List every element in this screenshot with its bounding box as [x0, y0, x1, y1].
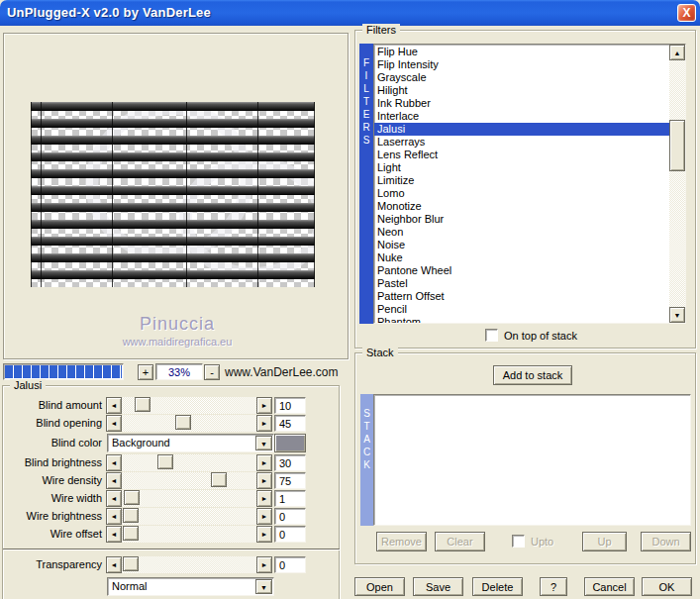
slider-value-input[interactable]: 45	[274, 415, 306, 432]
filter-item[interactable]: Interlace	[374, 110, 685, 123]
slider-left-arrow-icon[interactable]: ◄	[106, 415, 122, 432]
filter-item[interactable]: Phantom	[374, 316, 685, 324]
chevron-down-icon[interactable]: ▼	[255, 579, 272, 594]
slider-value-input[interactable]: 30	[274, 454, 306, 471]
slider-right-arrow-icon[interactable]: ►	[256, 397, 272, 414]
slider-left-arrow-icon[interactable]: ◄	[106, 556, 122, 573]
filter-item[interactable]: Ink Rubber	[374, 97, 685, 110]
filter-item[interactable]: Grayscale	[374, 71, 685, 84]
slider-row-blind-amount: Blind amount ◄ ► 10	[0, 397, 340, 414]
filter-item[interactable]: Flip Intensity	[374, 58, 685, 71]
scrollbar-thumb[interactable]	[669, 120, 685, 171]
slider-left-arrow-icon[interactable]: ◄	[106, 397, 122, 414]
filter-item[interactable]: Monotize	[374, 200, 685, 213]
filter-item[interactable]: Nuke	[374, 251, 685, 264]
slider-right-arrow-icon[interactable]: ►	[256, 415, 272, 432]
blend-mode-dropdown[interactable]: Normal ▼	[107, 577, 274, 596]
slider-right-arrow-icon[interactable]: ►	[256, 508, 272, 525]
scroll-down-icon[interactable]: ▼	[669, 307, 685, 323]
on-top-of-stack-checkbox[interactable]	[485, 329, 498, 342]
up-button[interactable]: Up	[582, 532, 627, 551]
filter-item[interactable]: Light	[374, 161, 685, 174]
slider-left-arrow-icon[interactable]: ◄	[106, 526, 122, 543]
slider-thumb[interactable]	[123, 508, 139, 523]
filter-item[interactable]: Jalusi	[374, 123, 685, 136]
filter-item[interactable]: Hilight	[374, 84, 685, 97]
ok-button[interactable]: OK	[642, 577, 692, 596]
slider-left-arrow-icon[interactable]: ◄	[106, 508, 122, 525]
upto-checkbox[interactable]	[512, 535, 525, 548]
slider-value-input[interactable]: 10	[274, 397, 306, 414]
delete-button[interactable]: Delete	[472, 577, 523, 596]
slider-track[interactable]	[122, 526, 256, 543]
filter-item[interactable]: Neighbor Blur	[374, 213, 685, 226]
preview-image[interactable]	[31, 102, 315, 287]
slider-left-arrow-icon[interactable]: ◄	[106, 472, 122, 489]
filter-item[interactable]: Pattern Offset	[374, 290, 685, 303]
slider-thumb[interactable]	[211, 472, 227, 487]
slider-label: Wire width	[0, 490, 102, 504]
blind-color-dropdown[interactable]: Background ▼	[107, 434, 274, 452]
slider-right-arrow-icon[interactable]: ►	[256, 490, 272, 507]
slider-track[interactable]	[122, 472, 256, 489]
slider-track[interactable]	[122, 556, 256, 573]
remove-button[interactable]: Remove	[376, 532, 427, 551]
slider-label: Blind amount	[0, 397, 102, 411]
down-button[interactable]: Down	[641, 532, 691, 551]
save-button[interactable]: Save	[413, 577, 463, 596]
close-icon[interactable]: X	[677, 4, 696, 22]
slider-thumb[interactable]	[175, 415, 191, 430]
slider-thumb[interactable]	[124, 490, 140, 505]
filters-scrollbar[interactable]: ▲ ▼	[669, 45, 685, 323]
filter-item[interactable]: Lomo	[374, 187, 685, 200]
clear-button[interactable]: Clear	[435, 532, 485, 551]
filter-item[interactable]: Pantone Wheel	[374, 264, 685, 277]
slider-right-arrow-icon[interactable]: ►	[256, 472, 272, 489]
stack-side-bar: STACK	[360, 394, 373, 526]
slider-track[interactable]	[122, 490, 256, 507]
slider-thumb[interactable]	[123, 526, 139, 541]
slider-left-arrow-icon[interactable]: ◄	[106, 490, 122, 507]
slider-thumb[interactable]	[157, 454, 173, 469]
slider-track[interactable]	[122, 397, 256, 414]
help-button[interactable]: ?	[540, 577, 567, 596]
cancel-button[interactable]: Cancel	[584, 577, 635, 596]
slider-row-blind-brightness: Blind brightness ◄ ► 30	[0, 454, 340, 471]
slider-right-arrow-icon[interactable]: ►	[256, 556, 272, 573]
filter-item[interactable]: Neon	[374, 226, 685, 239]
slider-track[interactable]	[122, 454, 256, 471]
blind-color-swatch[interactable]	[274, 434, 306, 452]
slider-value-input[interactable]: 1	[274, 490, 306, 507]
slider-thumb[interactable]	[135, 397, 150, 412]
vanderlee-link[interactable]: www.VanDerLee.com	[225, 365, 339, 379]
title-bar: UnPlugged-X v2.0 by VanDerLee X	[0, 0, 700, 26]
filter-item[interactable]: Noise	[374, 239, 685, 251]
zoom-out-button[interactable]: -	[204, 364, 220, 380]
slider-right-arrow-icon[interactable]: ►	[256, 526, 272, 543]
filter-item[interactable]: Limitize	[374, 174, 685, 187]
filter-item[interactable]: Laserrays	[374, 136, 685, 149]
blend-mode-row: Normal ▼	[0, 577, 340, 596]
slider-value-input[interactable]: 0	[274, 556, 306, 573]
blind-color-label: Blind color	[0, 434, 102, 449]
wire-line	[314, 102, 315, 287]
stack-listbox[interactable]	[373, 394, 691, 526]
slider-value-input[interactable]: 0	[274, 508, 306, 525]
filter-item[interactable]: Pencil	[374, 303, 685, 316]
slider-value-input[interactable]: 75	[274, 472, 306, 489]
slider-track[interactable]	[122, 508, 256, 525]
slider-right-arrow-icon[interactable]: ►	[256, 454, 272, 471]
scroll-up-icon[interactable]: ▲	[669, 45, 685, 60]
filter-item[interactable]: Pastel	[374, 277, 685, 290]
slider-track[interactable]	[122, 415, 256, 432]
slider-value-input[interactable]: 0	[274, 526, 306, 543]
filter-item[interactable]: Flip Hue	[374, 46, 685, 58]
slider-left-arrow-icon[interactable]: ◄	[106, 454, 122, 471]
chevron-down-icon[interactable]: ▼	[255, 436, 272, 450]
zoom-in-button[interactable]: +	[138, 364, 153, 380]
filter-item[interactable]: Lens Reflect	[374, 149, 685, 161]
scrollbar-track[interactable]	[669, 45, 685, 323]
add-to-stack-button[interactable]: Add to stack	[493, 365, 572, 385]
open-button[interactable]: Open	[354, 577, 405, 596]
slider-thumb[interactable]	[123, 556, 139, 571]
